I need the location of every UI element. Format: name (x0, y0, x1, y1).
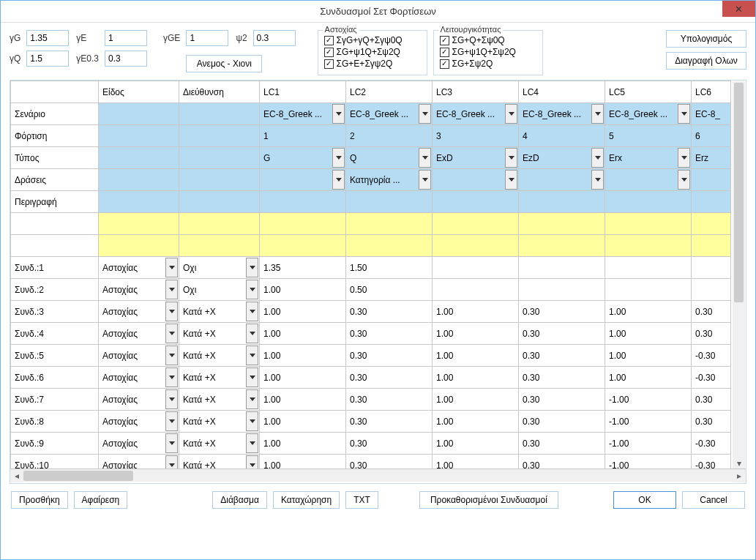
draseis-lc6[interactable] (692, 169, 731, 191)
combo-lc5-3[interactable]: 1.00 (605, 323, 692, 345)
dropdown-icon[interactable] (505, 104, 517, 124)
header-lc2[interactable]: LC2 (346, 81, 433, 103)
draseis-lc1[interactable] (260, 169, 346, 191)
combo-dir-7[interactable]: Κατά +X (179, 411, 260, 433)
perigrafi-lc4[interactable] (519, 191, 605, 213)
typos-lc2[interactable]: Q (346, 147, 433, 169)
combo-lc3-5[interactable]: 1.00 (433, 367, 519, 389)
combo-lc2-6[interactable]: 0.30 (346, 389, 433, 411)
preset-combos-button[interactable]: Προκαθορισμένοι Συνδυασμοί (419, 491, 558, 509)
combo-lc2-1[interactable]: 0.50 (346, 279, 433, 301)
dropdown-icon[interactable] (246, 389, 258, 409)
combo-lc3-4[interactable]: 1.00 (433, 345, 519, 367)
combo-lc1-9[interactable]: 1.00 (260, 455, 346, 469)
combo-lc5-9[interactable]: -1.00 (605, 455, 692, 469)
header-lc1[interactable]: LC1 (260, 81, 346, 103)
combo-lc1-1[interactable]: 1.00 (260, 279, 346, 301)
combo-lc1-7[interactable]: 1.00 (260, 411, 346, 433)
combo-dir-6[interactable]: Κατά +X (179, 389, 260, 411)
combo-lc3-2[interactable]: 1.00 (433, 301, 519, 323)
combo-dir-0[interactable]: Οχι (179, 257, 260, 279)
combo-lc2-2[interactable]: 0.30 (346, 301, 433, 323)
dropdown-icon[interactable] (165, 389, 178, 409)
perigrafi-lc2[interactable] (346, 191, 433, 213)
typos-lc1[interactable]: G (260, 147, 346, 169)
dropdown-icon[interactable] (678, 170, 690, 190)
combo-dir-5[interactable]: Κατά +X (179, 367, 260, 389)
delete-all-button[interactable]: Διαγραφή Ολων (666, 52, 746, 70)
combo-lc1-2[interactable]: 1.00 (260, 301, 346, 323)
combo-lc6-7[interactable]: 0.30 (692, 411, 731, 433)
draseis-lc5[interactable] (605, 169, 692, 191)
dropdown-icon[interactable] (165, 302, 178, 321)
combo-lc1-5[interactable]: 1.00 (260, 367, 346, 389)
fortisi-lc3[interactable]: 3 (433, 125, 519, 147)
dropdown-icon[interactable] (165, 258, 178, 277)
combo-lc1-0[interactable]: 1.35 (260, 257, 346, 279)
leitourg-chk1[interactable]: ✓ΣG+Q+Σψ0Q (440, 35, 536, 45)
combo-eidos-3[interactable]: Αστοχίας (99, 323, 179, 345)
combo-lc2-8[interactable]: 0.30 (346, 433, 433, 455)
dropdown-icon[interactable] (419, 170, 431, 190)
dropdown-icon[interactable] (332, 148, 345, 168)
combo-lc5-7[interactable]: -1.00 (605, 411, 692, 433)
combo-lc1-3[interactable]: 1.00 (260, 323, 346, 345)
dropdown-icon[interactable] (246, 302, 258, 321)
dropdown-icon[interactable] (246, 280, 258, 299)
dropdown-icon[interactable] (246, 411, 258, 431)
dropdown-icon[interactable] (246, 346, 258, 365)
combo-lc6-2[interactable]: 0.30 (692, 301, 731, 323)
dropdown-icon[interactable] (165, 433, 178, 453)
typos-lc4[interactable]: EzD (519, 147, 605, 169)
gG-input[interactable] (26, 30, 69, 46)
combo-lc3-7[interactable]: 1.00 (433, 411, 519, 433)
combo-dir-4[interactable]: Κατά +X (179, 345, 260, 367)
combo-lc3-8[interactable]: 1.00 (433, 433, 519, 455)
dropdown-icon[interactable] (678, 104, 690, 124)
combo-lc3-9[interactable]: 1.00 (433, 455, 519, 469)
perigrafi-lc1[interactable] (260, 191, 346, 213)
calculate-button[interactable]: Υπολογισμός (666, 30, 746, 48)
gQ-input[interactable] (26, 51, 69, 67)
combo-lc3-0[interactable] (433, 257, 519, 279)
combo-eidos-8[interactable]: Αστοχίας (99, 433, 179, 455)
combo-lc5-4[interactable]: 1.00 (605, 345, 692, 367)
combo-lc3-3[interactable]: 1.00 (433, 323, 519, 345)
combo-lc4-4[interactable]: 0.30 (519, 345, 605, 367)
dropdown-icon[interactable] (591, 148, 604, 168)
dropdown-icon[interactable] (246, 324, 258, 343)
combo-dir-9[interactable]: Κατά +X (179, 455, 260, 469)
dropdown-icon[interactable] (591, 170, 604, 190)
combo-eidos-4[interactable]: Αστοχίας (99, 345, 179, 367)
combo-lc2-9[interactable]: 0.30 (346, 455, 433, 469)
combo-lc4-3[interactable]: 0.30 (519, 323, 605, 345)
remove-button[interactable]: Αφαίρεση (74, 491, 128, 509)
perigrafi-lc6[interactable] (692, 191, 731, 213)
combo-eidos-2[interactable]: Αστοχίας (99, 301, 179, 323)
combo-lc6-0[interactable] (692, 257, 731, 279)
gE-input[interactable] (105, 30, 147, 46)
combo-dir-3[interactable]: Κατά +X (179, 323, 260, 345)
combo-lc6-5[interactable]: -0.30 (692, 367, 731, 389)
fortisi-lc2[interactable]: 2 (346, 125, 433, 147)
scenario-lc1[interactable]: EC-8_Greek ... (260, 103, 346, 125)
combo-lc2-5[interactable]: 0.30 (346, 367, 433, 389)
combo-eidos-9[interactable]: Αστοχίας (99, 455, 179, 469)
ok-button[interactable]: OK (613, 491, 676, 509)
astochias-chk1[interactable]: ✓ΣγG+γQ+Σγψ0Q (324, 35, 421, 45)
header-lc4[interactable]: LC4 (519, 81, 605, 103)
dropdown-icon[interactable] (419, 148, 431, 168)
scenario-lc6[interactable]: EC-8_ (692, 103, 731, 125)
dropdown-icon[interactable] (505, 148, 517, 168)
fortisi-lc4[interactable]: 4 (519, 125, 605, 147)
dropdown-icon[interactable] (165, 324, 178, 343)
combo-lc2-4[interactable]: 0.30 (346, 345, 433, 367)
typos-lc3[interactable]: ExD (433, 147, 519, 169)
combo-eidos-6[interactable]: Αστοχίας (99, 389, 179, 411)
draseis-lc3[interactable] (433, 169, 519, 191)
gGE-input[interactable] (186, 30, 228, 46)
combo-lc6-4[interactable]: -0.30 (692, 345, 731, 367)
combo-lc4-8[interactable]: 0.30 (519, 433, 605, 455)
combo-lc6-1[interactable] (692, 279, 731, 301)
scroll-right-icon[interactable]: ▸ (733, 469, 746, 482)
